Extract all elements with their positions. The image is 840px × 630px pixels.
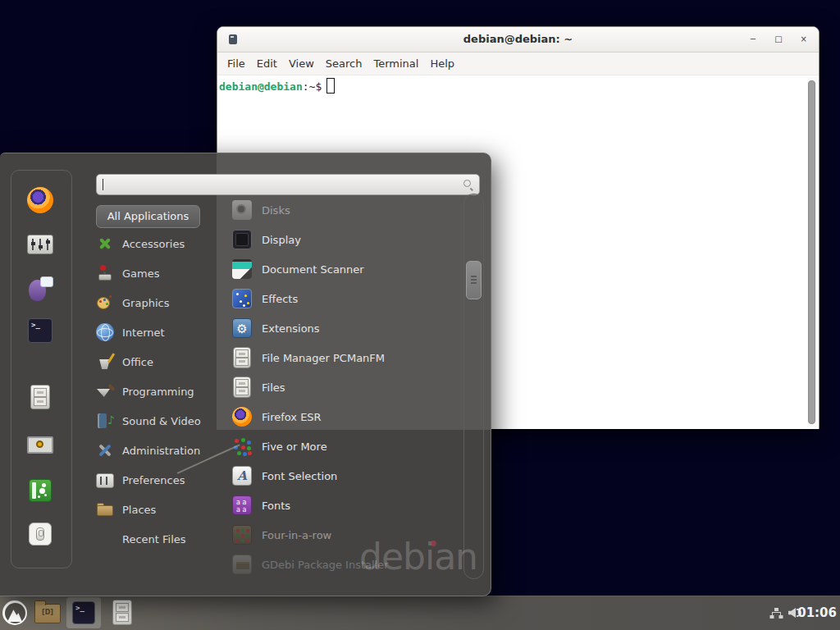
search-input[interactable]	[96, 174, 480, 195]
category-accessories[interactable]: Accessories	[96, 229, 234, 258]
firefox-icon[interactable]	[27, 187, 53, 213]
taskbar: [D] >_ 01:06	[0, 596, 840, 630]
terminal-titlebar[interactable]: debian@debian: ~ − □ ×	[217, 27, 819, 52]
terminal-launcher[interactable]: >_	[66, 597, 101, 628]
menu-view[interactable]: View	[289, 57, 314, 70]
maximize-icon[interactable]: □	[774, 35, 782, 43]
firefox-icon	[232, 407, 252, 427]
administration-icon	[96, 441, 114, 459]
power-icon[interactable]	[29, 523, 52, 546]
prompt-path: :~$	[303, 80, 322, 93]
app-firefox-esr[interactable]: Firefox ESR	[232, 402, 460, 431]
places-icon	[96, 500, 114, 518]
app-files[interactable]: Files	[232, 372, 460, 402]
app-display[interactable]: Display	[232, 225, 460, 254]
menu-terminal[interactable]: Terminal	[373, 57, 418, 70]
file-cabinet-icon[interactable]	[30, 385, 50, 409]
recent-files-spacer	[96, 530, 114, 548]
category-recent-files[interactable]: Recent Files	[96, 524, 234, 554]
watermark-text: debian	[359, 536, 477, 578]
minimize-icon[interactable]: −	[750, 35, 756, 43]
menu-button[interactable]	[2, 600, 27, 625]
category-internet[interactable]: Internet	[96, 317, 234, 347]
category-graphics[interactable]: Graphics	[96, 288, 234, 317]
preferences-icon	[96, 473, 114, 488]
file-manager-icon	[233, 347, 251, 368]
log-out-icon[interactable]	[29, 479, 52, 502]
app-five-or-more[interactable]: Five or More	[232, 431, 460, 461]
lock-screen-icon[interactable]	[25, 436, 55, 461]
all-applications-button[interactable]: All Applications	[96, 205, 200, 228]
sound-video-icon	[96, 412, 114, 430]
search-icon	[463, 180, 473, 189]
category-preferences[interactable]: Preferences	[96, 465, 234, 495]
app-extensions[interactable]: Extensions	[232, 313, 460, 343]
pidgin-icon[interactable]	[28, 276, 52, 301]
menu-help[interactable]: Help	[430, 57, 454, 70]
internet-icon	[96, 323, 114, 341]
file-manager-launcher[interactable]: [D]	[34, 604, 61, 623]
disks-icon	[232, 200, 252, 220]
effects-icon	[232, 289, 252, 308]
four-in-a-row-icon	[232, 525, 252, 545]
category-games[interactable]: Games	[96, 258, 234, 288]
extensions-icon	[232, 318, 252, 338]
app-disks[interactable]: Disks	[232, 195, 460, 225]
files-launcher[interactable]	[112, 600, 132, 625]
files-icon	[233, 377, 251, 398]
category-programming[interactable]: Programming	[96, 377, 234, 406]
taskbar-clock[interactable]: 01:06	[797, 605, 837, 620]
close-icon[interactable]: ×	[801, 35, 807, 43]
terminal-title: debian@debian: ~	[217, 27, 819, 52]
graphics-icon	[96, 294, 114, 312]
category-administration[interactable]: Administration	[96, 436, 234, 465]
fonts-icon	[232, 495, 252, 515]
menu-edit[interactable]: Edit	[257, 57, 277, 70]
app-effects[interactable]: Effects	[232, 284, 460, 313]
watermark-red-dot	[431, 541, 436, 546]
control-panel-icon[interactable]	[27, 235, 53, 254]
app-font-selection[interactable]: Font Selection	[232, 461, 460, 491]
category-sound-video[interactable]: Sound & Video	[96, 406, 234, 436]
desktop: debian@debian: ~ − □ × File Edit View Se…	[0, 0, 840, 630]
display-icon	[232, 230, 252, 249]
terminal-glyph: >_	[75, 604, 84, 612]
terminal-launcher-icon: >_	[72, 601, 95, 624]
text-caret	[103, 179, 103, 190]
network-icon[interactable]	[769, 608, 783, 619]
font-selection-icon	[232, 466, 252, 486]
app-document-scanner[interactable]: Document Scanner	[232, 254, 460, 284]
category-places[interactable]: Places	[96, 495, 234, 524]
application-menu: >_ All Applications Accessories Games Gr…	[0, 153, 491, 596]
app-file-manager-pcmanfm[interactable]: File Manager PCManFM	[232, 343, 460, 372]
terminal-icon[interactable]: >_	[28, 318, 52, 343]
prompt-user: debian@debian	[219, 80, 303, 93]
folder-label: [D]	[35, 609, 60, 616]
accessories-icon	[96, 235, 114, 253]
debian-watermark: debian	[359, 536, 477, 578]
terminal-scrollbar-thumb[interactable]	[808, 80, 815, 424]
app-fonts[interactable]: Fonts	[232, 491, 460, 520]
gdebi-icon	[232, 555, 252, 574]
office-icon	[96, 353, 114, 371]
terminal-scrollbar[interactable]	[807, 77, 818, 427]
category-office[interactable]: Office	[96, 347, 234, 377]
games-icon	[96, 264, 114, 282]
menu-file[interactable]: File	[227, 57, 245, 70]
menu-scrollbar-track[interactable]	[463, 194, 484, 579]
terminal-menubar: File Edit View Search Terminal Help	[217, 52, 819, 75]
programming-icon	[96, 382, 114, 400]
window-controls: − □ ×	[750, 27, 807, 52]
document-scanner-icon	[232, 259, 252, 279]
favorites-sidebar	[11, 170, 72, 568]
terminal-cursor	[326, 78, 335, 94]
menu-scrollbar-thumb[interactable]	[466, 261, 482, 299]
terminal-glyph: >_	[31, 321, 40, 329]
menu-search[interactable]: Search	[326, 57, 363, 70]
